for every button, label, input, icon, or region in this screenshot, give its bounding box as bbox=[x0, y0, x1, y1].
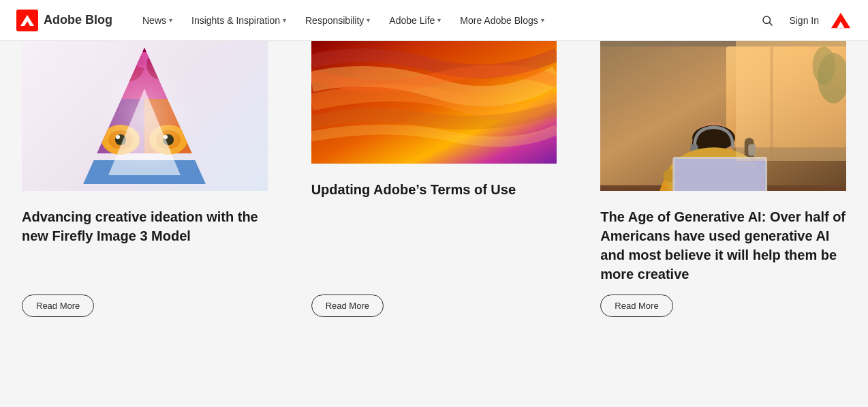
card-firefly-read-more[interactable]: Read More bbox=[22, 295, 94, 317]
card-genai-title: The Age of Generative AI: Over half of A… bbox=[600, 207, 846, 284]
nav-item-more-blogs[interactable]: More Adobe Blogs ▾ bbox=[452, 10, 552, 31]
nav-adobe-life-chevron: ▾ bbox=[437, 16, 441, 24]
card-firefly: Advancing creative ideation with the new… bbox=[0, 41, 290, 339]
svg-rect-46 bbox=[675, 159, 765, 191]
svg-point-25 bbox=[142, 48, 147, 52]
nav-item-responsibility[interactable]: Responsibility ▾ bbox=[297, 10, 378, 31]
nav-insights-chevron: ▾ bbox=[283, 16, 286, 24]
brand-title: Adobe Blog bbox=[44, 13, 112, 27]
nav-responsibility-chevron: ▾ bbox=[367, 16, 370, 24]
card-genai-read-more[interactable]: Read More bbox=[600, 295, 672, 317]
svg-point-24 bbox=[132, 50, 136, 55]
card-terms-image bbox=[311, 41, 557, 164]
svg-point-23 bbox=[121, 55, 127, 61]
nav-adobe-life-label: Adobe Life bbox=[389, 15, 435, 26]
header-right: Sign In bbox=[756, 10, 852, 31]
nav-news-chevron: ▾ bbox=[169, 16, 172, 24]
card-terms-read-more[interactable]: Read More bbox=[311, 295, 384, 317]
svg-line-3 bbox=[770, 22, 773, 25]
main-nav: News ▾ Insights & Inspiration ▾ Responsi… bbox=[134, 10, 756, 31]
window-light bbox=[736, 41, 846, 161]
search-button[interactable] bbox=[756, 10, 778, 31]
nav-item-adobe-life[interactable]: Adobe Life ▾ bbox=[381, 10, 449, 31]
card-firefly-image bbox=[22, 41, 268, 191]
adobe-logo-icon bbox=[16, 10, 38, 31]
nav-responsibility-label: Responsibility bbox=[305, 15, 364, 26]
nav-news-label: News bbox=[142, 15, 166, 26]
firefly-a-graphic bbox=[76, 48, 213, 184]
svg-point-29 bbox=[97, 61, 192, 170]
nav-insights-label: Insights & Inspiration bbox=[191, 15, 280, 26]
cards-grid: Advancing creative ideation with the new… bbox=[0, 41, 868, 339]
card-genai-image bbox=[600, 41, 846, 191]
card-terms-title: Updating Adobe’s Terms of Use bbox=[311, 180, 557, 284]
nav-more-blogs-label: More Adobe Blogs bbox=[460, 15, 538, 26]
card-genai: The Age of Generative AI: Over half of A… bbox=[578, 41, 868, 339]
svg-point-27 bbox=[162, 55, 168, 61]
site-header: Adobe Blog News ▾ Insights & Inspiration… bbox=[0, 0, 868, 41]
logo-link[interactable]: Adobe Blog bbox=[16, 10, 112, 31]
svg-point-26 bbox=[153, 50, 157, 55]
nav-item-insights[interactable]: Insights & Inspiration ▾ bbox=[183, 10, 294, 31]
card-firefly-title: Advancing creative ideation with the new… bbox=[22, 207, 268, 284]
svg-point-2 bbox=[763, 16, 771, 24]
sign-in-button[interactable]: Sign In bbox=[789, 15, 819, 26]
card-terms: Updating Adobe’s Terms of Use Read More bbox=[290, 41, 579, 339]
nav-more-blogs-chevron: ▾ bbox=[541, 16, 544, 24]
main-content: Advancing creative ideation with the new… bbox=[0, 41, 868, 339]
adobe-nav-icon bbox=[830, 10, 852, 31]
nav-item-news[interactable]: News ▾ bbox=[134, 10, 181, 31]
